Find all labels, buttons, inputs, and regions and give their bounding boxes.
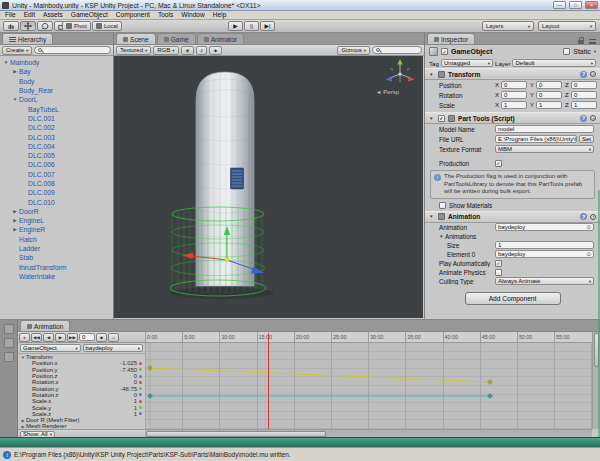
menu-icon[interactable] — [589, 39, 596, 44]
layout-dropdown[interactable]: Layout▾ — [538, 21, 596, 31]
menu-item[interactable]: Window — [177, 11, 208, 19]
dock-icon[interactable] — [4, 338, 14, 348]
scale-x-field[interactable]: 1 — [501, 101, 527, 109]
tab-hierarchy[interactable]: Hierarchy — [2, 33, 53, 44]
perspective-toggle[interactable]: ◄ Persp — [376, 89, 399, 95]
scale-z-field[interactable]: 1 — [571, 101, 597, 109]
foldout-icon[interactable]: ▶ — [11, 218, 19, 223]
rotate-tool-button[interactable] — [37, 21, 53, 31]
anim-property-row[interactable]: Scale.y 1 — [18, 404, 145, 410]
step-button[interactable]: ▶| — [260, 21, 275, 31]
foldout-icon[interactable]: ▶ — [11, 227, 19, 232]
anim-property-row[interactable]: Scale.x 1 — [18, 398, 145, 404]
foldout-icon[interactable]: ▼ — [429, 214, 435, 219]
menu-item[interactable]: Help — [209, 11, 231, 19]
layers-dropdown[interactable]: Layers▾ — [482, 21, 534, 31]
position-y-field[interactable]: 0 — [536, 81, 562, 89]
lighting-toggle[interactable]: ☀ — [181, 46, 194, 55]
gear-icon[interactable] — [590, 214, 596, 220]
add-keyframe-button[interactable]: ◆ — [96, 333, 107, 342]
gear-icon[interactable] — [590, 71, 596, 77]
tab-scene[interactable]: Scene — [116, 33, 156, 44]
position-z-field[interactable]: 0 — [571, 81, 597, 89]
help-icon[interactable]: ? — [580, 115, 587, 122]
animate-physics-checkbox[interactable] — [495, 269, 502, 276]
hierarchy-item[interactable]: Ladder — [0, 244, 113, 253]
first-frame-button[interactable]: ◀◀ — [31, 333, 42, 342]
hierarchy-item[interactable]: DLC.002 — [0, 123, 113, 132]
hierarchy-search-input[interactable] — [34, 46, 111, 54]
rotation-y-field[interactable]: 0 — [536, 91, 562, 99]
hierarchy-item[interactable]: DLC.010 — [0, 197, 113, 206]
menu-item[interactable]: Tools — [154, 11, 177, 19]
foldout-icon[interactable]: ▼ — [2, 60, 10, 65]
play-animation-button[interactable]: ▶ — [55, 333, 66, 342]
part-tools-header[interactable]: ▼ ✓ Part Tools (Script) ? — [425, 112, 600, 124]
tab-game[interactable]: Game — [157, 33, 196, 44]
hierarchy-item[interactable]: ▼ Mainbody — [0, 58, 113, 67]
minimize-button[interactable]: — — [553, 1, 566, 9]
lock-icon[interactable] — [578, 40, 584, 44]
hierarchy-item[interactable]: DLC.007 — [0, 170, 113, 179]
file-url-field[interactable]: E:\Program Files (x86)\Unity\KSP Ur — [495, 135, 577, 143]
tab-inspector[interactable]: Inspector — [427, 33, 475, 44]
add-event-button[interactable]: ◇ — [108, 333, 119, 342]
hierarchy-item[interactable]: DLC.004 — [0, 142, 113, 151]
rotation-x-field[interactable]: 0 — [501, 91, 527, 99]
render-channel-dropdown[interactable]: RGB▾ — [153, 46, 178, 55]
part-tools-enabled-checkbox[interactable]: ✓ — [438, 115, 445, 122]
show-materials-checkbox[interactable] — [439, 202, 446, 209]
timeline-ruler[interactable]: 0:005:0010:0015:0020:0025:0030:0035:0040… — [145, 332, 592, 343]
prev-key-button[interactable]: ◀ — [43, 333, 54, 342]
hierarchy-item[interactable]: ▶ Bay — [0, 67, 113, 76]
hierarchy-item[interactable]: ▶ DoorR — [0, 207, 113, 216]
timeline-playhead[interactable] — [268, 333, 269, 429]
effects-toggle[interactable]: ✦ — [209, 46, 222, 55]
record-button[interactable]: ● — [19, 333, 30, 342]
anim-property-row[interactable]: Scale.z 1 — [18, 411, 145, 417]
production-checkbox[interactable]: ✓ — [495, 160, 502, 167]
anim-property-row[interactable]: Rotation.x 0 — [18, 379, 145, 385]
element0-field[interactable]: baydeploy⊙ — [495, 250, 594, 258]
animation-clip-field[interactable]: baydeploy⊙ — [495, 223, 594, 231]
tab-animator[interactable]: Animator — [197, 33, 244, 44]
gear-icon[interactable] — [590, 115, 596, 121]
close-button[interactable]: × — [585, 1, 598, 9]
current-frame-field[interactable]: 0 — [79, 333, 95, 341]
foldout-icon[interactable]: ▶ — [11, 69, 19, 74]
help-icon[interactable]: ? — [580, 71, 587, 78]
foldout-icon[interactable]: ▼ — [429, 116, 435, 121]
hierarchy-item[interactable]: ▶ EngineR — [0, 225, 113, 234]
hierarchy-item[interactable]: DLC.006 — [0, 160, 113, 169]
gizmos-dropdown[interactable]: Gizmos▾ — [337, 46, 370, 55]
hierarchy-item[interactable]: ▼ DoorL — [0, 95, 113, 104]
set-button[interactable]: Set — [579, 135, 594, 143]
clip-dropdown[interactable]: baydeploy▾ — [83, 344, 144, 352]
hierarchy-item[interactable]: DLC.008 — [0, 179, 113, 188]
dock-icon[interactable] — [4, 352, 14, 362]
audio-toggle[interactable]: ♪ — [196, 46, 207, 55]
anim-property-row[interactable]: Position.x -1.025 — [18, 360, 145, 366]
position-x-field[interactable]: 0 — [501, 81, 527, 89]
hierarchy-item[interactable]: Body_Rear — [0, 86, 113, 95]
next-key-button[interactable]: ▶▶ — [67, 333, 78, 342]
move-tool-button[interactable] — [20, 21, 36, 31]
gameobject-active-checkbox[interactable]: ✓ — [441, 48, 448, 55]
anim-property-row[interactable]: Rotation.z 0 — [18, 392, 145, 398]
transform-header[interactable]: ▼ Transform ? — [425, 68, 600, 80]
hierarchy-item[interactable]: ▶ EngineL — [0, 216, 113, 225]
local-toggle-button[interactable]: Local — [92, 21, 122, 31]
hierarchy-item[interactable]: thrustTransform — [0, 263, 113, 272]
create-button[interactable]: Create▾ — [2, 46, 32, 55]
scene-search-input[interactable] — [372, 46, 422, 54]
tag-dropdown[interactable]: Untagged▾ — [441, 59, 493, 67]
menu-item[interactable]: Edit — [20, 11, 39, 19]
tab-animation[interactable]: Animation — [20, 320, 70, 331]
anim-property-row[interactable]: Position.y -7.450 — [18, 367, 145, 373]
anim-property-row[interactable]: Rotation.y -48.75 — [18, 385, 145, 391]
static-dropdown-icon[interactable]: ▾ — [594, 49, 596, 54]
hand-tool-button[interactable] — [3, 21, 19, 31]
hierarchy-item[interactable]: Body — [0, 77, 113, 86]
pivot-toggle-button[interactable]: Pivot — [62, 21, 91, 31]
gameobject-name[interactable]: GameObject — [451, 48, 492, 55]
